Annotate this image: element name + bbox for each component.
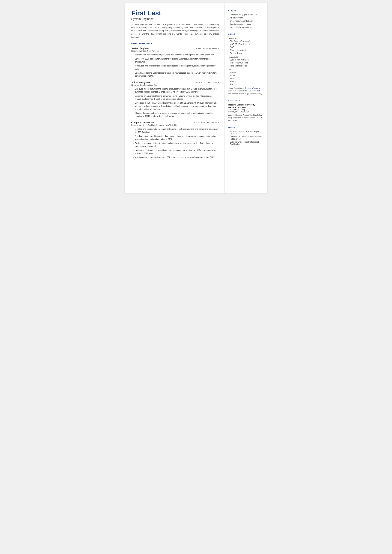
contact-location: Columbia, SC (Open to Remote) bbox=[228, 14, 263, 16]
skill-mssql: Microsoft SQL Server bbox=[228, 62, 263, 64]
skill-sysadmin: System Administration bbox=[228, 59, 263, 61]
job-title-3: Computer Technician bbox=[131, 121, 154, 124]
job-title-2: Software Engineer bbox=[131, 81, 151, 84]
contact-header: CONTACT bbox=[228, 9, 263, 12]
job-dates-1: November 2015 – Present bbox=[196, 47, 219, 49]
candidate-title: System Engineer bbox=[131, 17, 219, 21]
skills-technical-label: Technical: bbox=[228, 37, 263, 40]
education-header: EDUCATION bbox=[228, 99, 263, 102]
left-column: First Last System Engineer Systems Engin… bbox=[125, 3, 224, 193]
contact-list: Columbia, SC (Open to Remote) +1-335-900… bbox=[228, 14, 263, 29]
skill-sql: SQL Server (Advanced) bbox=[228, 40, 263, 43]
job-title-row-2: Software Engineer June 2013 – October 20… bbox=[131, 81, 219, 84]
skill-ansible: Ansible bbox=[228, 71, 263, 74]
bullet-2-3: Developed a RESTful API with Flask/Pytho… bbox=[133, 102, 219, 111]
edu-awards: Awards: Resume Worded Teaching Fellow (o… bbox=[228, 114, 263, 122]
contact-linkedin: linkedin.com/in/username bbox=[228, 23, 263, 26]
contact-phone: +1-335-900-889 bbox=[228, 17, 263, 19]
contact-section: CONTACT Columbia, SC (Open to Remote) +1… bbox=[228, 9, 263, 29]
job-title-row-3: Computer Technician August 2010 – Januar… bbox=[131, 121, 219, 124]
skills-tools-label: Tools: bbox=[228, 69, 263, 71]
resume-container: First Last System Engineer Systems Engin… bbox=[125, 3, 267, 193]
skills-promo: · Don't forget to use Resume Worded to s… bbox=[228, 87, 263, 95]
edu-school: Resume Worded University bbox=[228, 104, 263, 106]
job-company-1: Resume Worded, New York, NY bbox=[131, 50, 219, 52]
job-block-3: Computer Technician August 2010 – Januar… bbox=[131, 121, 219, 159]
job-company-3: Resume Worded's Exciting Company, New Yo… bbox=[131, 124, 219, 126]
bullet-2-2: Designed an automated testing framework … bbox=[133, 95, 219, 101]
job-bullets-1: Implemented disaster recovery solutions … bbox=[131, 53, 219, 78]
candidate-name: First Last bbox=[131, 9, 219, 17]
job-title-1: System Engineer bbox=[131, 47, 149, 49]
skills-section: SKILLS Technical: SQL Server (Advanced) … bbox=[228, 33, 263, 95]
job-dates-3: August 2010 – January 2013 bbox=[194, 122, 219, 124]
skill-sharepoint: Sharepoint & Oracle bbox=[228, 49, 263, 52]
skill-agile: Agile Methodologies bbox=[228, 65, 263, 67]
work-experience-header: WORK EXPERIENCE bbox=[131, 42, 219, 46]
job-company-2: Growthsi, San Francisco, CA bbox=[131, 84, 219, 86]
education-section: EDUCATION Resume Worded University Bache… bbox=[228, 99, 263, 122]
edu-field: System Engineering bbox=[228, 108, 263, 111]
edu-location: Boston, MA — May 2018 bbox=[228, 111, 263, 113]
bullet-2-1: Deployed a new feature in the flagship p… bbox=[133, 87, 219, 94]
job-bullets-2: Deployed a new feature in the flagship p… bbox=[131, 87, 219, 118]
resume-worded-link[interactable]: Resume Worded bbox=[245, 87, 258, 89]
contact-github: github.com/resumeworded bbox=[228, 26, 263, 29]
other-item-2: Certified IEEE Member and Certificate Ho… bbox=[228, 136, 263, 140]
bullet-1-1: Implemented disaster recovery solutions … bbox=[133, 53, 219, 56]
bullet-3-1: Installed and configured new computer ha… bbox=[133, 128, 219, 134]
candidate-summary: Systems Engineer with 9+ years of experi… bbox=[131, 23, 219, 39]
job-dates-2: June 2013 – October 2015 bbox=[195, 82, 219, 84]
bullet-1-3: Introduced and implemented design optimi… bbox=[133, 64, 219, 70]
bullet-3-5: Maintained an up-to-date inventory of 5K… bbox=[133, 156, 219, 159]
job-block-1: System Engineer November 2015 – Present … bbox=[131, 47, 219, 78]
other-item-1: Microsoft Certified Solutions Expert (MC… bbox=[228, 130, 263, 135]
bullet-1-4: Spearheaded plans and methods to establi… bbox=[133, 71, 219, 78]
contact-email: email@resumeworded.com bbox=[228, 20, 263, 22]
skill-php: PHP bbox=[228, 77, 263, 80]
job-block-2: Software Engineer June 2013 – October 20… bbox=[131, 81, 219, 118]
other-header: OTHER bbox=[228, 126, 263, 129]
skill-system-design: System design bbox=[228, 52, 263, 55]
bullet-3-3: Designed an automated system that tracke… bbox=[133, 142, 219, 148]
bullet-1-2: Saved RW $90K per quarter via extensive … bbox=[133, 57, 219, 64]
other-item-3: Systems Engineering Professional Certifi… bbox=[228, 141, 263, 145]
job-title-row-1: System Engineer November 2015 – Present bbox=[131, 47, 219, 49]
skill-xml: XML bbox=[228, 83, 263, 86]
bullet-3-2: Fixed damaged hard drives using data rec… bbox=[133, 135, 219, 141]
skills-header: SKILLS bbox=[228, 33, 263, 36]
job-bullets-3: Installed and configured new computer ha… bbox=[131, 128, 219, 159]
skill-aws: AWS bbox=[228, 46, 263, 49]
right-column: CONTACT Columbia, SC (Open to Remote) +1… bbox=[224, 3, 267, 193]
skill-matlab: MATLAB (Experienced) bbox=[228, 43, 263, 46]
edu-degree: Bachelor of Science bbox=[228, 106, 263, 108]
skill-scrum: Scrum bbox=[228, 74, 263, 77]
bullet-2-4: Slashed development costs by creating re… bbox=[133, 112, 219, 118]
other-section: OTHER Microsoft Certified Solutions Expe… bbox=[228, 126, 263, 145]
skill-plsql: PL/SQL bbox=[228, 80, 263, 83]
skills-techniques-label: Techniques: bbox=[228, 56, 263, 58]
bullet-3-4: Updated security patches on 300 company … bbox=[133, 149, 219, 155]
